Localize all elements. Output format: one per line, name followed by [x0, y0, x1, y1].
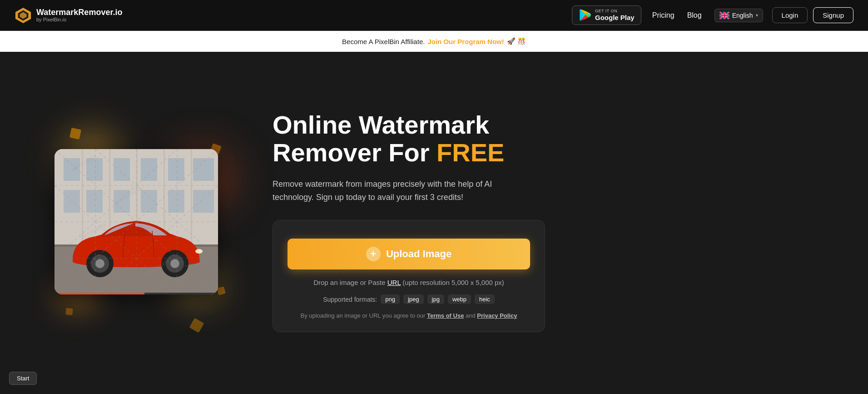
affiliate-banner: Become A PixelBin Affiliate. Join Our Pr…: [0, 31, 868, 52]
svg-rect-20: [141, 190, 157, 213]
deco-sq-1: [69, 127, 81, 139]
deco-sq-6: [189, 318, 204, 333]
google-play-get: GET IT ON: [595, 9, 635, 14]
google-play-button[interactable]: GET IT ON Google Play: [572, 5, 641, 25]
card-progress-fill: [55, 293, 144, 294]
logo-text: WatermarkRemover.io by PixelBin.io: [36, 8, 122, 23]
svg-rect-22: [193, 190, 214, 213]
terms-and: and: [466, 312, 476, 319]
login-button[interactable]: Login: [772, 7, 808, 23]
svg-rect-17: [64, 190, 80, 213]
formats-row: Supported formats: png jpeg jpg webp hei…: [288, 294, 530, 304]
format-webp: webp: [448, 294, 471, 304]
url-link[interactable]: URL: [387, 279, 401, 286]
format-heic: heic: [475, 294, 495, 304]
svg-rect-15: [168, 158, 184, 181]
language-selector[interactable]: English ▾: [714, 9, 763, 22]
logo[interactable]: WatermarkRemover.io by PixelBin.io: [15, 7, 122, 24]
terms-of-use-link[interactable]: Terms of Use: [427, 312, 464, 319]
hero-title-free: FREE: [436, 138, 504, 167]
hero-content: Online Watermark Remover For FREE Remove…: [273, 111, 841, 333]
google-play-icon: [579, 9, 591, 21]
hero-title-line2: Remover For: [273, 138, 436, 167]
svg-rect-14: [141, 158, 157, 181]
blog-link[interactable]: Blog: [687, 11, 702, 20]
svg-rect-10: [191, 149, 192, 244]
card-progress: [55, 293, 218, 294]
hero-subtitle: Remove watermark from images precisely w…: [273, 178, 527, 204]
svg-point-32: [195, 249, 203, 254]
car-scene: WATERMARK WATERMARK WATERMARK WATERMARK: [55, 149, 218, 294]
privacy-policy-link[interactable]: Privacy Policy: [477, 312, 517, 319]
hero-title: Online Watermark Remover For FREE: [273, 111, 841, 167]
scene-svg: WATERMARK WATERMARK WATERMARK WATERMARK: [55, 149, 218, 294]
hero-section: WATERMARK WATERMARK WATERMARK WATERMARK …: [0, 52, 868, 391]
logo-sub: by PixelBin.io: [36, 17, 122, 22]
pricing-link[interactable]: Pricing: [652, 11, 675, 20]
start-button[interactable]: Start: [9, 372, 37, 385]
deco-sq-4: [217, 286, 226, 295]
upload-plus-icon: +: [366, 247, 381, 261]
signup-button[interactable]: Signup: [813, 7, 853, 23]
hero-title-line1: Online Watermark: [273, 110, 489, 139]
svg-rect-16: [193, 158, 214, 181]
deco-sq-5: [65, 308, 73, 315]
drop-text: Drop an image or Paste URL (upto resolut…: [288, 279, 530, 286]
format-png: png: [381, 294, 400, 304]
svg-rect-13: [114, 158, 130, 181]
flag-icon: [719, 12, 729, 19]
affiliate-emojis: 🚀 🎊: [507, 37, 526, 45]
affiliate-text: Become A PixelBin Affiliate.: [342, 38, 425, 45]
svg-point-28: [95, 259, 104, 268]
terms-text: By uploading an image or URL you agree t…: [288, 312, 530, 319]
formats-label: Supported formats:: [323, 296, 377, 303]
upload-btn-label: Upload Image: [386, 248, 451, 260]
logo-title: WatermarkRemover.io: [36, 8, 122, 17]
logo-icon: [15, 7, 32, 24]
hero-image-area: WATERMARK WATERMARK WATERMARK WATERMARK: [27, 104, 245, 340]
navbar: WatermarkRemover.io by PixelBin.io: [0, 0, 868, 31]
svg-rect-21: [168, 190, 184, 213]
format-jpg: jpg: [427, 294, 444, 304]
drop-text-label: Drop an image or Paste: [313, 279, 385, 286]
svg-rect-18: [86, 190, 103, 213]
demo-photo-card: WATERMARK WATERMARK WATERMARK WATERMARK: [55, 149, 218, 294]
format-jpeg: jpeg: [403, 294, 424, 304]
google-play-text: GET IT ON Google Play: [595, 9, 635, 22]
affiliate-link[interactable]: Join Our Program Now!: [427, 38, 504, 45]
terms-prefix: By uploading an image or URL you agree t…: [300, 312, 425, 319]
lang-label: English: [732, 12, 753, 19]
svg-point-31: [170, 259, 179, 268]
google-play-name: Google Play: [595, 14, 635, 22]
upload-card: + Upload Image Drop an image or Paste UR…: [273, 220, 545, 332]
resolution-text: (upto resolution 5,000 x 5,000 px): [402, 279, 504, 286]
upload-image-button[interactable]: + Upload Image: [288, 239, 530, 269]
chevron-down-icon: ▾: [756, 13, 758, 18]
